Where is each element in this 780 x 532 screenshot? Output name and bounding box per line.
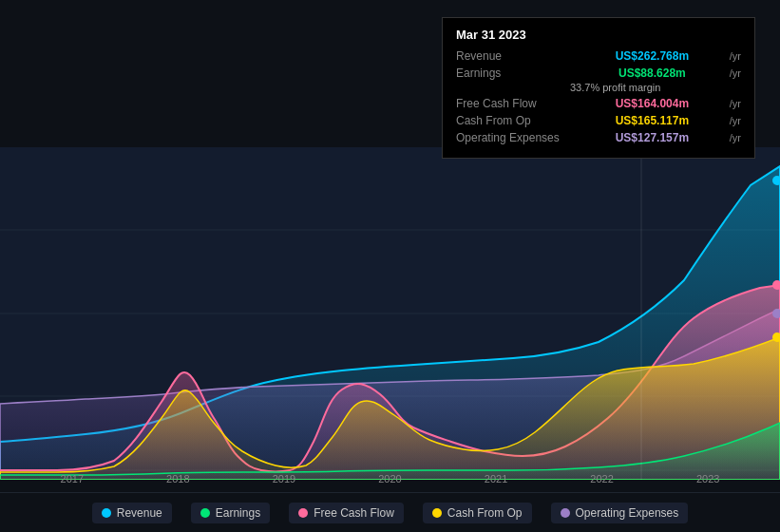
- x-label-2019: 2019: [273, 473, 295, 484]
- tooltip-row-unit: /yr: [730, 98, 741, 109]
- legend-label: Free Cash Flow: [314, 506, 394, 520]
- tooltip-row-unit: /yr: [730, 50, 741, 62]
- tooltip-row-label: Earnings: [456, 66, 570, 80]
- tooltip-row-label: Revenue: [456, 49, 570, 63]
- legend-dot: [200, 508, 210, 518]
- tooltip-row: Revenue US$262.768m /yr: [456, 49, 741, 63]
- tooltip-row-value: US$164.004m: [616, 97, 689, 110]
- chart-legend: Revenue Earnings Free Cash Flow Cash Fro…: [0, 492, 780, 532]
- tooltip-row-label: Cash From Op: [456, 114, 570, 127]
- tooltip-row-value: US$165.117m: [616, 114, 689, 127]
- x-label-2023: 2023: [696, 473, 719, 484]
- tooltip-row: Free Cash Flow US$164.004m /yr: [456, 97, 741, 110]
- tooltip-row-unit: /yr: [730, 132, 741, 143]
- legend-dot: [298, 508, 308, 518]
- tooltip-row: Earnings US$88.628m /yr: [456, 66, 741, 80]
- legend-item[interactable]: Revenue: [92, 503, 172, 523]
- x-label-2022: 2022: [590, 473, 613, 484]
- legend-label: Operating Expenses: [576, 506, 679, 520]
- legend-dot: [432, 508, 442, 518]
- tooltip-date: Mar 31 2023: [456, 28, 741, 42]
- tooltip-row-unit: /yr: [730, 115, 741, 126]
- tooltip-row-value: US$262.768m: [616, 49, 689, 63]
- tooltip-row-unit: /yr: [730, 67, 741, 79]
- x-axis: 2017 2018 2019 2020 2021 2022 2023: [0, 473, 780, 484]
- legend-label: Cash From Op: [447, 506, 523, 520]
- chart-container: Mar 31 2023 Revenue US$262.768m /yr Earn…: [0, 0, 780, 532]
- x-label-2017: 2017: [61, 473, 84, 484]
- tooltip-row-label: Operating Expenses: [456, 131, 570, 144]
- tooltip: Mar 31 2023 Revenue US$262.768m /yr Earn…: [442, 17, 755, 159]
- chart-svg: [0, 147, 780, 480]
- tooltip-row-sub: 33.7% profit margin: [570, 82, 741, 93]
- x-label-2021: 2021: [485, 473, 507, 484]
- tooltip-row-label: Free Cash Flow: [456, 97, 570, 110]
- tooltip-row-value: US$127.157m: [616, 131, 689, 144]
- tooltip-row: Cash From Op US$165.117m /yr: [456, 114, 741, 127]
- legend-item[interactable]: Cash From Op: [423, 503, 532, 523]
- legend-label: Revenue: [117, 506, 162, 520]
- legend-item[interactable]: Operating Expenses: [551, 503, 689, 523]
- legend-item[interactable]: Free Cash Flow: [289, 503, 404, 523]
- legend-label: Earnings: [216, 506, 260, 520]
- legend-dot: [102, 508, 111, 518]
- tooltip-row-value: US$88.628m: [618, 66, 686, 80]
- legend-dot: [561, 508, 570, 518]
- x-label-2018: 2018: [166, 473, 189, 484]
- tooltip-row: Operating Expenses US$127.157m /yr: [456, 131, 741, 144]
- legend-item[interactable]: Earnings: [191, 503, 270, 523]
- x-label-2020: 2020: [378, 473, 401, 484]
